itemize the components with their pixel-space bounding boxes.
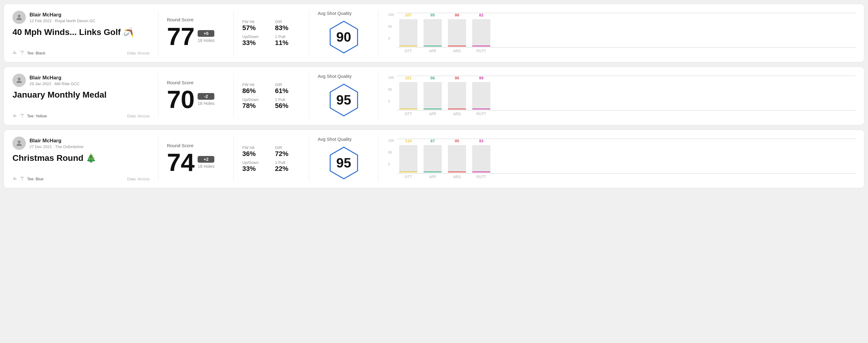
holes-label-round3: 18 Holes [197, 164, 214, 169]
fw-hit-value-round3: 36% [242, 150, 268, 158]
updown-label-round1: Up/Down [242, 34, 268, 39]
quality-score-round1: 90 [336, 30, 351, 45]
user-details-round2: Blair McHarg 29 Jan 2022 · Mill Ride GCC [30, 75, 80, 86]
chart-col-app: 87 APP [424, 139, 442, 179]
bar-axis-label-ott: OTT [405, 112, 412, 116]
bar-bg-ott [399, 82, 417, 110]
y-label-50: 50 [388, 25, 394, 28]
svg-point-1 [18, 77, 21, 80]
updown-value-round2: 78% [242, 102, 268, 110]
left-section-round2: Blair McHarg 29 Jan 2022 · Mill Ride GCC… [12, 73, 158, 118]
bar-bg-arg [448, 19, 466, 46]
chart-value-putt: 93 [479, 139, 484, 143]
bar-fill-app [424, 108, 442, 110]
oneputt-stat-round2: 1 Putt 56% [275, 97, 301, 110]
updown-label-round3: Up/Down [242, 160, 268, 165]
fw-hit-value-round2: 86% [242, 87, 268, 95]
stat-grid-round1: FW Hit 57% GIR 83% Up/Down 33% 1 Putt 11… [242, 20, 300, 47]
avatar-round1 [12, 11, 26, 24]
bottom-row-round3: Tee: Blue Data: Arccos [12, 176, 150, 181]
bar-wrapper-arg [448, 19, 466, 46]
gir-stat-round3: GIR 72% [275, 145, 301, 158]
bar-fill-arg [448, 45, 466, 46]
tee-label-round2: Tee: Yellow [27, 114, 47, 118]
fw-hit-stat-round2: FW Hit 86% [242, 83, 268, 95]
bar-axis-label-arg: ARG [453, 175, 461, 179]
score-badge-col-round3: +2 18 Holes [197, 156, 214, 169]
quality-section-round2: Avg Shot Quality 95 [318, 73, 378, 118]
chart-col-ott: 110 OTT [399, 139, 417, 179]
bar-fill-ott [399, 172, 417, 173]
quality-section-round3: Avg Shot Quality 95 [318, 136, 378, 181]
stat-grid-round2: FW Hit 86% GIR 61% Up/Down 78% 1 Putt 56… [242, 83, 300, 110]
score-badge-col-round2: -2 18 Holes [197, 93, 214, 106]
y-label-0: 0 [388, 36, 394, 40]
y-label-0: 0 [388, 162, 394, 166]
tee-label-round3: Tee: Blue [27, 177, 43, 181]
quality-label-round2: Avg Shot Quality [318, 73, 351, 79]
bar-axis-label-putt: PUTT [476, 112, 486, 116]
stats-section-round1: FW Hit 57% GIR 83% Up/Down 33% 1 Putt 11… [242, 11, 309, 55]
fw-hit-label-round2: FW Hit [242, 83, 268, 87]
bar-fill-putt [472, 45, 490, 46]
bar-fill-app [424, 172, 442, 173]
bar-bg-arg [448, 82, 466, 110]
holes-label-round1: 18 Holes [197, 38, 214, 43]
y-label-100: 100 [388, 139, 394, 142]
tee-info-round1: Tee: Black [12, 51, 45, 55]
bar-fill-arg [448, 172, 466, 173]
bar-wrapper-app [424, 19, 442, 46]
tee-icon-round1 [20, 51, 25, 55]
chart-value-ott: 110 [405, 139, 412, 143]
chart-value-app: 86 [431, 76, 435, 80]
chart-section: 100 50 0 110 OTT 87 [387, 136, 856, 181]
oneputt-value-round2: 56% [275, 102, 301, 110]
round-card-round3: Blair McHarg 27 Dec 2021 · The Oxfordshi… [4, 129, 864, 188]
user-icon-round3 [15, 139, 23, 147]
round-score-label-round3: Round Score [167, 143, 225, 148]
score-number-round1: 77 [167, 24, 194, 49]
chart-col-app: 86 APP [424, 76, 442, 116]
bar-bg-app [424, 145, 442, 173]
chart-col-app: 95 APP [424, 13, 442, 53]
score-badge-round1: +5 [197, 30, 214, 37]
weather-icon-round2 [12, 114, 17, 118]
bar-chart-wrapper: 100 50 0 101 OTT 86 [388, 76, 856, 116]
gir-label-round3: GIR [275, 145, 301, 150]
bar-wrapper-ott [399, 82, 417, 110]
date-venue-round2: 29 Jan 2022 · Mill Ride GCC [30, 82, 80, 86]
score-section-round2: Round Score 70 -2 18 Holes [167, 73, 234, 118]
y-axis: 100 50 0 [388, 13, 394, 40]
gir-value-round2: 61% [275, 87, 301, 95]
user-name-round2: Blair McHarg [30, 75, 80, 81]
bar-fill-putt [472, 172, 490, 173]
holes-label-round2: 18 Holes [197, 101, 214, 106]
tee-info-round3: Tee: Blue [12, 176, 43, 181]
chart-value-putt: 99 [479, 76, 484, 80]
chart-col-arg: 98 ARG [448, 13, 466, 53]
bar-wrapper-app [424, 145, 442, 173]
bar-axis-label-arg: ARG [453, 49, 461, 53]
gir-stat-round2: GIR 61% [275, 83, 301, 95]
tee-icon-round2 [20, 114, 25, 118]
round-card-round2: Blair McHarg 29 Jan 2022 · Mill Ride GCC… [4, 67, 864, 125]
y-label-100: 100 [388, 13, 394, 17]
chart-value-arg: 98 [455, 13, 459, 17]
date-venue-round1: 12 Feb 2022 · Royal North Devon GC [30, 19, 95, 23]
data-source-round2: Data: Arccos [127, 114, 150, 118]
gir-stat-round1: GIR 83% [275, 20, 301, 32]
gir-label-round2: GIR [275, 83, 301, 87]
user-info-round2: Blair McHarg 29 Jan 2022 · Mill Ride GCC [12, 73, 150, 87]
bar-fill-ott [399, 45, 417, 46]
round-title-round3: Christmas Round 🎄 [12, 153, 150, 163]
chart-value-putt: 82 [479, 13, 484, 17]
stats-section-round3: FW Hit 36% GIR 72% Up/Down 33% 1 Putt 22… [242, 136, 309, 181]
bar-bg-ott [399, 19, 417, 46]
bar-wrapper-ott [399, 145, 417, 173]
y-label-0: 0 [388, 99, 394, 103]
stat-grid-round3: FW Hit 36% GIR 72% Up/Down 33% 1 Putt 22… [242, 145, 300, 173]
bar-wrapper-ott [399, 19, 417, 46]
round-score-label-round1: Round Score [167, 17, 225, 22]
bar-wrapper-putt [472, 145, 490, 173]
bar-wrapper-putt [472, 82, 490, 110]
